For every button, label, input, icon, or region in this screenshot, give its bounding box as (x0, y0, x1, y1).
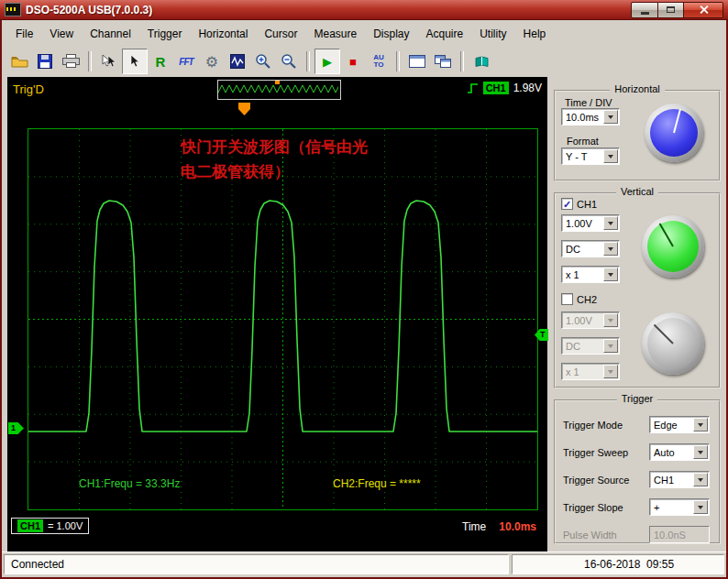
horizontal-group: Horizontal Time / DIV 10.0ms Format Y - … (554, 90, 721, 181)
menu-file[interactable]: File (7, 25, 41, 43)
trigger-mode-select[interactable]: Edge (649, 416, 710, 433)
ch2-frequency-readout: CH2:Frequ = ***** (333, 477, 421, 490)
ch1-badge: CH1 (17, 519, 43, 532)
ch2-checkbox[interactable]: CH2 (561, 293, 597, 305)
gear-icon: ⚙ (205, 53, 218, 71)
chevron-down-icon (603, 110, 618, 124)
time-scale-readout: Time 10.0ms (462, 520, 536, 533)
ch2-coupling-select: DC (561, 337, 620, 355)
menu-display[interactable]: Display (365, 25, 417, 43)
format-select[interactable]: Y - T (561, 147, 620, 165)
ch2-position-knob (642, 312, 704, 375)
scope-display-panel: Trig'D CH1 1.98V 快门开关波形图（信号由光 电二极管获得） CH… (7, 77, 547, 552)
split-window-button[interactable] (430, 49, 456, 74)
printer-icon (62, 54, 80, 69)
pointer-button[interactable] (122, 49, 148, 74)
menu-trigger[interactable]: Trigger (139, 25, 191, 43)
help-book-button[interactable] (469, 49, 494, 74)
ch2-volt-value: 1.00V (562, 315, 603, 326)
minimize-button[interactable] (631, 2, 658, 18)
play-icon: ▶ (323, 56, 332, 68)
trigger-sweep-select[interactable]: Auto (649, 443, 710, 461)
maximize-icon (667, 6, 675, 13)
zoom-in-button[interactable] (250, 49, 276, 74)
close-button[interactable] (684, 2, 723, 18)
print-button[interactable] (58, 49, 83, 74)
titlebar: DSO-5200A USB(7.0.0.3) (0, 0, 728, 20)
annotation-line2: 电二极管获得） (181, 159, 368, 184)
trigger-position-marker[interactable] (238, 103, 250, 115)
format-label: Format (567, 136, 599, 147)
trigger-sweep-value: Auto (650, 447, 693, 458)
window-icon (409, 55, 425, 68)
menu-cursor[interactable]: Cursor (256, 25, 305, 43)
trigger-mode-label: Trigger Mode (563, 420, 623, 431)
trigger-group: Trigger Trigger Mode Edge Trigger Sweep … (554, 399, 721, 544)
time-div-select[interactable]: 10.0ms (561, 108, 620, 126)
chevron-down-icon (603, 268, 618, 281)
chevron-down-icon (603, 216, 618, 230)
zoom-in-icon (255, 53, 271, 70)
time-scale-label: Time (462, 520, 486, 533)
pointer-icon (128, 54, 141, 69)
zoom-out-icon (281, 53, 297, 70)
toolbar-separator (88, 51, 92, 71)
pulse-width-label: Pulse Width (563, 530, 617, 541)
horizontal-position-knob[interactable] (645, 104, 703, 162)
double-pointer-icon (101, 54, 117, 69)
menu-view[interactable]: View (41, 25, 82, 43)
ch1-probe-value: x 1 (562, 269, 603, 280)
menu-help[interactable]: Help (515, 25, 555, 43)
trigger-level-readout: 1.98V (513, 82, 542, 94)
ch1-volt-select[interactable]: 1.00V (561, 214, 620, 232)
statusbar: Connected 16-06-2018 09:55 (2, 552, 726, 577)
waveform-display-button[interactable] (225, 49, 250, 74)
fft-button[interactable]: FFT (173, 49, 199, 74)
ch1-position-knob[interactable] (642, 215, 704, 278)
refresh-r-button[interactable]: R (148, 49, 173, 74)
maximize-button[interactable] (658, 2, 684, 18)
ch1-probe-select[interactable]: x 1 (561, 266, 620, 283)
ch2-checkbox-icon (561, 293, 573, 305)
autoset-button[interactable]: AU TO (366, 49, 392, 74)
menu-channel[interactable]: Channel (82, 25, 139, 43)
trigger-edge-icon (467, 82, 479, 94)
save-button[interactable] (32, 49, 58, 74)
start-button[interactable]: ▶ (314, 49, 340, 74)
ch1-frequency-readout: CH1:Frequ = 33.3Hz (79, 477, 180, 490)
trigger-slope-select[interactable]: + (649, 498, 710, 516)
cursor-tracking-button[interactable] (96, 49, 122, 74)
menu-acquire[interactable]: Acquire (418, 25, 472, 43)
ch1-position-marker[interactable]: 1 (8, 422, 24, 434)
connection-status: Connected (4, 554, 509, 574)
menu-measure[interactable]: Measure (305, 25, 365, 43)
zoom-out-button[interactable] (276, 49, 302, 74)
toolbar-separator (396, 51, 400, 71)
datetime-status: 16-06-2018 09:55 (512, 554, 724, 574)
open-button[interactable] (6, 49, 32, 74)
book-icon (474, 55, 490, 68)
ch1-checkbox[interactable]: CH1 (561, 198, 597, 210)
waveform-preview (217, 80, 341, 100)
trigger-slope-label: Trigger Slope (563, 502, 623, 513)
stop-button[interactable]: ■ (340, 49, 366, 74)
menu-horizontal[interactable]: Horizontal (190, 25, 256, 43)
chevron-down-icon (693, 445, 708, 459)
ch1-scale-readout: CH1 = 1.00V (11, 518, 89, 534)
format-value: Y - T (562, 151, 603, 162)
ch1-coupling-select[interactable]: DC (561, 240, 620, 257)
ch1-scale-value: = 1.00V (48, 520, 83, 531)
pulse-width-field: 10.0nS (649, 526, 710, 543)
minimize-icon (641, 12, 649, 15)
chevron-down-icon (693, 473, 708, 486)
trigger-mode-value: Edge (650, 420, 693, 431)
trigger-source-select[interactable]: CH1 (649, 471, 710, 488)
toolbar-separator (306, 51, 310, 71)
ch2-probe-select: x 1 (561, 363, 620, 380)
ch2-coupling-value: DC (562, 341, 603, 352)
waveform-icon (230, 54, 245, 69)
single-window-button[interactable] (404, 49, 430, 74)
r-icon: R (156, 54, 166, 70)
settings-button[interactable]: ⚙ (199, 49, 225, 74)
menu-utility[interactable]: Utility (471, 25, 514, 43)
